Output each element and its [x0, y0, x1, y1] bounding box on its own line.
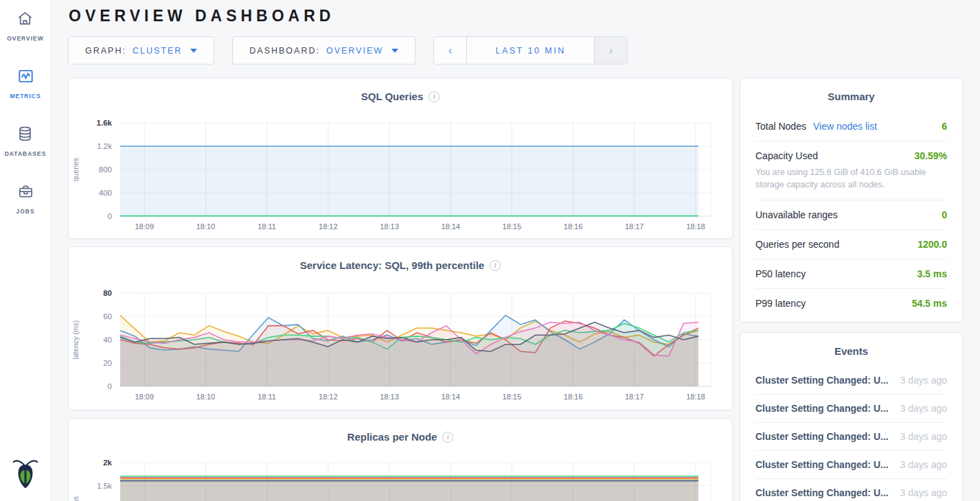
service-latency-chart[interactable]: 18:0918:1018:1118:1218:1318:1418:1518:16… — [69, 288, 728, 407]
summary-row-label: Total Nodes — [755, 121, 806, 132]
sidebar-label-databases: DATABASES — [5, 150, 47, 157]
svg-text:18:18: 18:18 — [686, 222, 705, 231]
summary-row-value: 54.5 ms — [912, 298, 947, 309]
graph-dropdown[interactable]: GRAPH: CLUSTER — [68, 36, 214, 65]
dashboard-dropdown-label: DASHBOARD: — [249, 46, 320, 56]
cockroachdb-logo — [11, 456, 40, 494]
svg-text:18:11: 18:11 — [258, 393, 276, 401]
svg-text:18:12: 18:12 — [319, 393, 338, 401]
summary-row-label: Capacity Used — [755, 150, 818, 161]
info-icon[interactable] — [442, 432, 453, 443]
replicas-per-node-chart[interactable]: 18:0918:1018:1118:1218:1318:1418:1518:16… — [69, 457, 728, 501]
summary-row-value: 1200.0 — [918, 239, 947, 250]
svg-text:1.6k: 1.6k — [97, 119, 113, 127]
sidebar-label-overview: OVERVIEW — [7, 35, 44, 42]
sidebar-item-databases[interactable]: DATABASES — [5, 125, 47, 157]
chart-title: Replicas per Node — [347, 430, 437, 444]
summary-title: Summary — [755, 78, 947, 112]
svg-text:40: 40 — [103, 336, 112, 344]
svg-text:0: 0 — [108, 382, 112, 391]
svg-text:18:12: 18:12 — [319, 222, 338, 231]
graph-dropdown-label: GRAPH: — [85, 46, 126, 56]
summary-row-label: P50 latency — [755, 268, 806, 279]
event-row[interactable]: Cluster Setting Changed: U...3 days ago — [755, 366, 947, 395]
event-time: 3 days ago — [900, 375, 948, 386]
summary-row: Total NodesView nodes list6 — [755, 112, 947, 141]
svg-text:400: 400 — [99, 189, 112, 197]
event-rows: Cluster Setting Changed: U...3 days agoC… — [755, 366, 947, 501]
summary-row-value: 30.59% — [915, 150, 947, 161]
event-row[interactable]: Cluster Setting Changed: U...3 days ago — [755, 423, 947, 451]
summary-row-value: 0 — [942, 209, 947, 220]
chart-card-service-latency: Service Latency: SQL, 99th percentile 18… — [68, 246, 733, 410]
time-range-next-button[interactable]: › — [594, 37, 627, 64]
svg-text:2k: 2k — [103, 458, 112, 467]
databases-icon — [16, 125, 34, 145]
chevron-left-icon: ‹ — [448, 45, 453, 56]
summary-row: P99 latency54.5 ms — [755, 289, 947, 318]
view-nodes-list-link[interactable]: View nodes list — [813, 121, 877, 132]
svg-text:18:10: 18:10 — [196, 393, 216, 401]
main-content: OVERVIEW DASHBOARD GRAPH: CLUSTER DASHBO… — [52, 0, 980, 501]
home-icon — [16, 10, 34, 30]
svg-text:18:09: 18:09 — [135, 222, 154, 231]
event-time: 3 days ago — [900, 431, 948, 442]
svg-text:18:13: 18:13 — [380, 222, 399, 231]
sidebar-item-jobs[interactable]: JOBS — [16, 183, 34, 215]
svg-text:18:16: 18:16 — [564, 393, 583, 401]
sql-queries-chart[interactable]: 18:0918:1018:1118:1218:1318:1418:1518:16… — [69, 117, 728, 237]
event-time: 3 days ago — [900, 459, 948, 470]
info-icon[interactable] — [429, 91, 440, 102]
summary-row: P50 latency3.5 ms — [755, 259, 947, 289]
time-range-prev-button[interactable]: ‹ — [434, 37, 467, 64]
svg-text:18:16: 18:16 — [564, 222, 583, 231]
sidebar-label-metrics: METRICS — [10, 93, 41, 100]
svg-text:18:18: 18:18 — [686, 393, 705, 401]
content-row: SQL Queries 18:0918:1018:1118:1218:1318:… — [68, 78, 963, 501]
summary-row-note: You are using 125.6 GiB of 410.6 GiB usa… — [755, 166, 947, 191]
chevron-down-icon — [391, 49, 398, 53]
time-range-value[interactable]: LAST 10 MIN — [467, 37, 594, 64]
sidebar-item-metrics[interactable]: METRICS — [10, 67, 41, 100]
sidebar-label-jobs: JOBS — [16, 208, 34, 215]
time-range-picker: ‹ LAST 10 MIN › — [433, 36, 628, 65]
jobs-icon — [16, 183, 35, 203]
event-row[interactable]: Cluster Setting Changed: U...3 days ago — [755, 395, 947, 423]
dashboard-dropdown-value: OVERVIEW — [326, 46, 383, 56]
chart-title: SQL Queries — [361, 90, 424, 104]
events-title: Events — [755, 333, 947, 366]
events-panel: Events Cluster Setting Changed: U...3 da… — [740, 332, 963, 501]
event-time: 3 days ago — [900, 403, 948, 414]
event-row[interactable]: Cluster Setting Changed: U...3 days ago — [755, 451, 947, 479]
event-text: Cluster Setting Changed: U... — [755, 403, 889, 414]
svg-text:18:17: 18:17 — [625, 393, 644, 401]
summary-row: Queries per second1200.0 — [755, 230, 947, 259]
summary-row-label: P99 latency — [755, 298, 806, 309]
chart-title-row: Replicas per Node — [69, 419, 732, 444]
dashboard-dropdown[interactable]: DASHBOARD: OVERVIEW — [232, 36, 415, 65]
svg-text:60: 60 — [103, 312, 112, 321]
info-icon[interactable] — [490, 260, 501, 271]
page-title: OVERVIEW DASHBOARD — [69, 7, 963, 25]
svg-text:queries: queries — [71, 158, 80, 181]
svg-text:18:14: 18:14 — [441, 222, 460, 231]
svg-text:18:11: 18:11 — [258, 222, 276, 231]
summary-rows: Total NodesView nodes list6Capacity Used… — [755, 112, 947, 318]
summary-row-value: 3.5 ms — [917, 268, 947, 279]
chart-card-replicas-per-node: Replicas per Node 18:0918:1018:1118:1218… — [68, 418, 733, 501]
chart-title-row: SQL Queries — [69, 78, 732, 104]
event-text: Cluster Setting Changed: U... — [755, 487, 889, 498]
svg-text:1.2k: 1.2k — [97, 142, 112, 150]
graph-dropdown-value: CLUSTER — [133, 46, 182, 56]
chevron-down-icon — [190, 49, 197, 53]
svg-text:0: 0 — [108, 212, 112, 220]
summary-row-label: Unavailable ranges — [755, 209, 838, 220]
sidebar-item-overview[interactable]: OVERVIEW — [7, 10, 44, 42]
svg-text:18:14: 18:14 — [441, 393, 460, 401]
side-column: Summary Total NodesView nodes list6Capac… — [740, 78, 963, 501]
chart-title-row: Service Latency: SQL, 99th percentile — [69, 247, 732, 272]
summary-panel: Summary Total NodesView nodes list6Capac… — [740, 78, 963, 323]
event-row[interactable]: Cluster Setting Changed: U...3 days ago — [755, 479, 947, 501]
svg-text:20: 20 — [103, 359, 112, 367]
summary-row: Unavailable ranges0 — [755, 200, 947, 230]
